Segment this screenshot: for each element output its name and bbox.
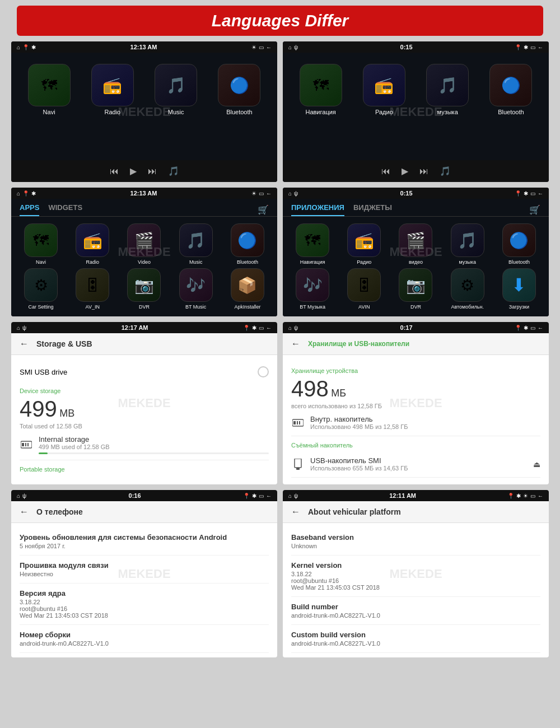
panel1-next-icon[interactable]: ⏭	[148, 166, 157, 176]
panel6-back-btn[interactable]: ←	[291, 339, 300, 349]
panel4-radio-app[interactable]: 📻 Радио	[344, 223, 384, 265]
panel3-btmusic-app[interactable]: 🎶 BT Music	[176, 268, 216, 310]
panel3-radio-app[interactable]: 📻 Radio	[72, 223, 113, 265]
panel3-bluetooth-icon: 🔵	[231, 223, 264, 257]
panel3-apk-app[interactable]: 📦 ApkInstaller	[227, 268, 268, 310]
panel3-navi-app[interactable]: 🗺 Navi	[21, 223, 61, 265]
panel2-music-app[interactable]: 🎵 музыка	[422, 64, 473, 115]
panel4-music-label: музыка	[459, 259, 476, 265]
panel8-row-0-title: Baseband version	[291, 533, 540, 542]
panel6-statusbar: ⌂ ψ 0:17 📍 ✱ ▭ ←	[283, 322, 549, 333]
panel2-bluetooth-app[interactable]: 🔵 Bluetooth	[486, 64, 536, 115]
panel3-tab-apps[interactable]: APPS	[20, 203, 39, 216]
panel6-time: 0:17	[400, 324, 413, 331]
panel6-total-used: всего использовано из 12,58 ГБ	[291, 403, 540, 409]
panel1-play-icon[interactable]: ▶	[130, 166, 137, 176]
panel3-carsetting-app[interactable]: ⚙ Car Setting	[21, 268, 61, 310]
panel4-carsetting-app[interactable]: ⚙ Автомобильн.	[447, 268, 488, 310]
panel4-carsetting-icon: ⚙	[451, 268, 484, 302]
panel3-navi-icon: 🗺	[24, 223, 58, 257]
panel5-portable-label: Portable storage	[20, 466, 269, 473]
panel7-row-0-title: Уровень обновления для системы безопасно…	[20, 533, 269, 542]
panel4-bluetooth-app[interactable]: 🔵 Bluetooth	[499, 223, 539, 265]
panel8-row-1-value: 3.18.22root@ubuntu #16Wed Mar 21 13:45:0…	[291, 571, 540, 591]
panel4-tabs-bar: ПРИЛОЖЕНИЯ ВИДЖЕТЫ 🛒	[283, 199, 549, 217]
panel8-pin-icon: 📍	[507, 493, 514, 499]
panel4-btmusic-app[interactable]: 🎶 BT Музыка	[292, 268, 333, 310]
panel2-prev-icon[interactable]: ⏮	[381, 166, 390, 176]
panel3-avin-app[interactable]: 🎛 AV_IN	[72, 268, 113, 310]
panel4-avin-label: AVIN	[358, 304, 370, 310]
panel3-shop-icon[interactable]: 🛒	[258, 204, 269, 215]
panel5-back-btn[interactable]: ←	[20, 339, 29, 349]
panel4-home-icon: ⌂	[288, 190, 292, 197]
panel5-progress-bar	[39, 452, 269, 454]
panel4-tab-widgets[interactable]: ВИДЖЕТЫ	[353, 203, 392, 216]
panel3-video-app[interactable]: 🎬 Video	[124, 223, 164, 265]
panel2-next-icon[interactable]: ⏭	[419, 166, 428, 176]
panel2-app-grid: 🗺 Навигация 📻 Радио 🎵 музыка 🔵 Bluetooth	[291, 64, 540, 115]
panel1-music-icon: 🎵	[155, 64, 197, 106]
panel3-apk-label: ApkInstaller	[234, 304, 260, 310]
panel4-downloads-app[interactable]: ⬇ Загрузки	[499, 268, 539, 310]
panel3-home-icon: ⌂	[17, 190, 20, 197]
panel2-bt-icon: ψ	[294, 44, 298, 50]
panel3-avin-label: AV_IN	[86, 304, 100, 310]
panel5-header-title: Storage & USB	[36, 339, 92, 348]
panel1-radio-app[interactable]: 📻 Radio	[87, 64, 138, 115]
panel5-internal-row[interactable]: Internal storage 499 MB used of 12.58 GB	[20, 430, 269, 460]
panel8-home-icon: ⌂	[288, 493, 292, 499]
panel8-row-3-value: android-trunk-m0.AC8227L-V1.0	[291, 640, 540, 647]
panel3-tab-widgets[interactable]: WIDGETS	[48, 203, 82, 216]
panel4-music-icon: 🎵	[451, 223, 484, 257]
panel6-internal-row[interactable]: Внутр. накопитель Использовано 498 МБ из…	[291, 409, 540, 436]
panel1-bluetooth-app[interactable]: 🔵 Bluetooth	[214, 64, 264, 115]
panel4-video-app[interactable]: 🎬 видео	[395, 223, 436, 265]
panel6-eject-icon[interactable]: ⏏	[533, 460, 540, 469]
panel5-back-icon: ←	[266, 325, 272, 331]
panel5-usb-label: SMI USB drive	[20, 368, 67, 376]
panel2-radio-app[interactable]: 📻 Радио	[359, 64, 409, 115]
panel8-row-1: Kernel version 3.18.22root@ubuntu #16Wed…	[291, 556, 540, 597]
panel8-about-body: Baseband version Unknown Kernel version …	[283, 523, 549, 657]
svg-rect-6	[297, 421, 298, 424]
panel4-avin-app[interactable]: 🎛 AVIN	[344, 268, 384, 310]
panel4-dvr-app[interactable]: 📷 DVR	[395, 268, 436, 310]
panel2-radio-label: Радио	[375, 109, 393, 115]
panel1-navi-app[interactable]: 🗺 Navi	[24, 64, 74, 115]
panel8-back-btn[interactable]: ←	[291, 507, 300, 517]
panel8-row-1-title: Kernel version	[291, 561, 540, 570]
panel3-video-icon: 🎬	[127, 223, 161, 257]
svg-rect-5	[293, 421, 296, 424]
panel6-usb-info: USB-накопитель SMI Использовано 655 МБ и…	[310, 456, 528, 472]
panel6-portable-label: Съёмный накопитель	[291, 442, 540, 449]
panel6-usb-icon	[291, 458, 305, 471]
panel3-back-icon: ←	[266, 190, 272, 197]
panel4-navi-app[interactable]: 🗺 Навигация	[292, 223, 333, 265]
panel6-usb-row[interactable]: USB-накопитель SMI Использовано 655 МБ и…	[291, 451, 540, 478]
panel5-english-storage: ⌂ ψ 12:17 AM 📍 ✱ ▭ ← ← Storage & USB SMI…	[11, 322, 277, 484]
panel4-window-icon: ▭	[530, 190, 535, 197]
panel7-window-icon: ▭	[259, 493, 264, 499]
panel4-tab-apps[interactable]: ПРИЛОЖЕНИЯ	[291, 203, 344, 216]
panel7-pin-icon: 📍	[243, 493, 250, 499]
panel4-music-app[interactable]: 🎵 музыка	[447, 223, 488, 265]
panel6-header-title: Хранилище и USB-накопители	[308, 340, 409, 348]
panel2-bt2-icon: ✱	[524, 44, 528, 50]
panel3-avin-icon: 🎛	[76, 268, 109, 302]
panel1-music-app[interactable]: 🎵 Music	[151, 64, 201, 115]
panel1-prev-icon[interactable]: ⏮	[110, 166, 119, 176]
panel4-navi-label: Навигация	[300, 259, 325, 265]
panel3-music-app[interactable]: 🎵 Music	[176, 223, 216, 265]
panel3-bluetooth-app[interactable]: 🔵 Bluetooth	[227, 223, 268, 265]
panel7-back-btn[interactable]: ←	[20, 507, 29, 517]
panel2-home-icon: ⌂	[288, 44, 292, 50]
panel2-play-icon[interactable]: ▶	[402, 166, 408, 176]
panel3-dvr-app[interactable]: 📷 DVR	[124, 268, 164, 310]
panel4-shop-icon[interactable]: 🛒	[529, 204, 540, 215]
panel2-navi-app[interactable]: 🗺 Навигация	[296, 64, 346, 115]
panel6-internal-icon	[291, 416, 305, 430]
panel7-russian-about: ⌂ ψ 0:16 📍 ✱ ▭ ← ← О телефоне Уровень об…	[11, 490, 277, 657]
panel7-row-2: Версия ядра 3.18.22root@ubuntu #16Wed Ma…	[20, 584, 269, 625]
panel1-radio-label: Radio	[105, 109, 121, 115]
